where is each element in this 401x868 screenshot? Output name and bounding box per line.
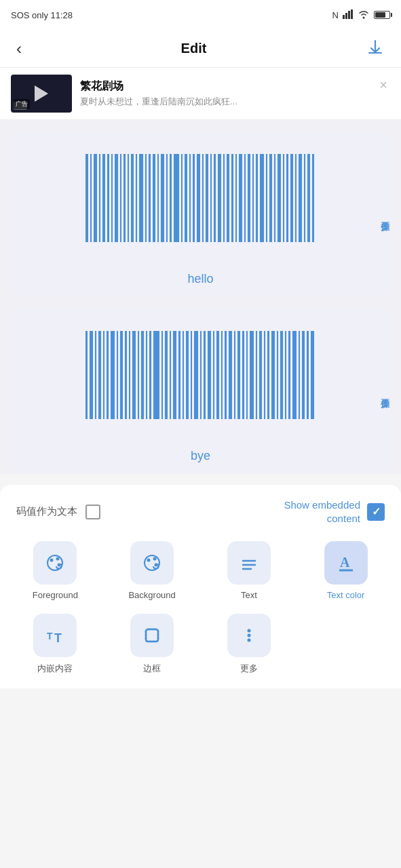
svg-rect-18: [139, 154, 143, 242]
border-icon: [141, 625, 163, 646]
svg-rect-84: [194, 331, 198, 419]
svg-rect-91: [225, 331, 227, 419]
nfc-icon: N: [332, 10, 339, 20]
more-actions-btn-2[interactable]: 更多操作: [375, 386, 394, 397]
signal-icon: [343, 9, 354, 21]
svg-rect-127: [146, 629, 158, 642]
svg-rect-73: [146, 331, 147, 419]
svg-rect-20: [149, 154, 151, 242]
svg-rect-68: [125, 331, 127, 419]
option1-checkbox[interactable]: [85, 505, 100, 519]
svg-rect-86: [204, 331, 206, 419]
svg-rect-0: [343, 15, 345, 19]
svg-rect-5: [85, 154, 88, 242]
tool-border[interactable]: 边框: [108, 614, 197, 675]
svg-rect-81: [183, 331, 184, 419]
svg-rect-30: [193, 154, 195, 242]
play-icon: [35, 85, 48, 102]
tool-text-color[interactable]: A Text color: [301, 541, 390, 600]
svg-rect-100: [264, 331, 265, 419]
svg-rect-43: [248, 154, 250, 242]
tool-text[interactable]: Text: [205, 541, 294, 600]
ad-close-button[interactable]: ×: [377, 75, 390, 96]
svg-rect-80: [178, 331, 180, 419]
more-actions-btn-1[interactable]: 更多操作: [375, 209, 394, 220]
option2-checkbox[interactable]: ✓: [367, 503, 385, 521]
svg-rect-13: [120, 154, 121, 242]
svg-rect-57: [307, 154, 310, 242]
svg-rect-82: [186, 331, 189, 419]
option1-label: 码值作为文本: [16, 505, 77, 518]
svg-rect-14: [123, 154, 126, 242]
tool-embedded[interactable]: T T 内嵌内容: [11, 614, 100, 675]
svg-rect-41: [239, 154, 242, 242]
svg-rect-63: [103, 331, 104, 419]
svg-rect-101: [267, 331, 269, 419]
tool-more[interactable]: 更多: [205, 614, 294, 675]
border-icon-box: [130, 614, 174, 657]
svg-rect-109: [302, 331, 305, 419]
svg-rect-6: [90, 154, 92, 242]
status-left: SOS only 11:28: [11, 10, 73, 20]
svg-rect-38: [227, 154, 229, 242]
wifi-icon: [358, 9, 370, 21]
ad-subtitle: 夏时从未想过，重逢后陆南沉如此疯狂...: [80, 96, 297, 108]
top-bar: ‹ Edit: [0, 30, 401, 68]
svg-rect-53: [290, 154, 293, 242]
download-button[interactable]: [360, 33, 390, 65]
svg-rect-56: [304, 154, 305, 242]
svg-rect-34: [210, 154, 212, 242]
svg-rect-98: [256, 331, 257, 419]
svg-point-113: [50, 559, 54, 562]
svg-rect-105: [285, 331, 286, 419]
svg-rect-47: [266, 154, 267, 242]
svg-rect-16: [131, 154, 134, 242]
svg-rect-55: [299, 154, 302, 242]
svg-rect-10: [107, 154, 109, 242]
svg-rect-40: [235, 154, 237, 242]
font-color-icon: A: [335, 552, 357, 574]
barcode-container-2: [24, 324, 377, 439]
svg-rect-104: [280, 331, 283, 419]
svg-text:T: T: [47, 631, 53, 642]
embedded-label: 内嵌内容: [37, 663, 73, 675]
svg-rect-12: [115, 154, 118, 242]
empty-icon-box: [324, 614, 368, 657]
svg-point-129: [247, 629, 250, 633]
svg-point-131: [247, 639, 250, 642]
svg-rect-36: [218, 154, 221, 242]
background-icon-box: [130, 541, 174, 585]
svg-rect-74: [149, 331, 151, 419]
svg-rect-107: [292, 331, 297, 419]
svg-rect-93: [234, 331, 235, 419]
svg-rect-61: [95, 331, 96, 419]
tool-background[interactable]: Background: [108, 541, 197, 600]
barcode-card-1: hello 更多操作: [11, 131, 390, 297]
svg-rect-28: [185, 154, 187, 242]
svg-rect-102: [271, 331, 275, 419]
svg-rect-15: [128, 154, 129, 242]
svg-rect-64: [107, 331, 109, 419]
svg-rect-42: [244, 154, 246, 242]
svg-rect-1: [345, 13, 347, 19]
tool-foreground[interactable]: Foreground: [11, 541, 100, 600]
svg-text:A: A: [340, 555, 350, 570]
text-color-icon-box: A: [324, 541, 368, 585]
text-color-label: Text color: [327, 590, 365, 600]
svg-rect-72: [141, 331, 144, 419]
option-right: Show embedded content ✓: [252, 498, 385, 525]
svg-rect-62: [98, 331, 101, 419]
palette2-icon: [141, 552, 163, 574]
svg-point-4: [363, 16, 365, 18]
ad-thumbnail[interactable]: 广告: [11, 75, 72, 113]
svg-rect-7: [94, 154, 97, 242]
svg-rect-106: [288, 331, 290, 419]
embedded-icon-box: T T: [33, 614, 77, 657]
page-title: Edit: [181, 41, 207, 56]
svg-rect-9: [102, 154, 105, 242]
foreground-label: Foreground: [33, 590, 78, 600]
svg-rect-59: [85, 331, 88, 419]
status-bar: SOS only 11:28 N: [0, 0, 401, 30]
back-button[interactable]: ‹: [11, 34, 27, 64]
svg-rect-8: [99, 154, 100, 242]
